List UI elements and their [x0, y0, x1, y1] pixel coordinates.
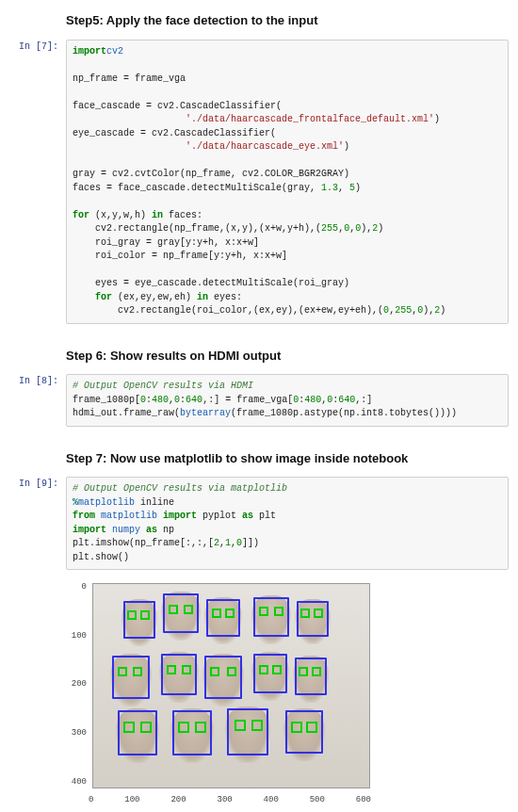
code-block: # Output OpenCV results via matplotlib %…	[73, 482, 502, 564]
x-tick: 600	[356, 794, 371, 807]
cell-input-row: In [8]:# Output OpenCV results via HDMI …	[9, 374, 509, 427]
cell-heading: Step 6: Show results on HDMI output	[66, 347, 509, 365]
code-token: 255	[321, 223, 338, 234]
eye-detection-box	[259, 665, 268, 674]
face-detection-box	[172, 710, 212, 755]
code-token: as	[242, 511, 253, 521]
face-detection-box	[206, 599, 240, 637]
code-token: matplotlib	[78, 497, 135, 508]
code-token: 1	[225, 538, 231, 548]
input-prompt: In [9]:	[9, 477, 66, 491]
code-token: cv2	[106, 46, 123, 57]
code-token: 2	[434, 305, 440, 316]
code-token: # Output OpenCV results via matplotlib	[73, 483, 287, 494]
face-detection-box	[112, 656, 150, 699]
eye-detection-box	[118, 667, 127, 676]
code-token: 5	[349, 183, 355, 193]
code-block: # Output OpenCV results via HDMI frame_1…	[73, 380, 502, 421]
eye-detection-box	[123, 722, 135, 733]
code-token: from	[73, 511, 95, 521]
code-token: for	[73, 210, 89, 220]
eye-detection-box	[306, 722, 317, 733]
matplotlib-output: 01002003004000100200300400500600	[66, 576, 377, 812]
face-detection-box	[227, 708, 268, 755]
face-detection-box	[118, 710, 157, 755]
eye-detection-box	[133, 667, 142, 676]
code-token: 2	[214, 538, 219, 548]
code-token: 2	[372, 223, 378, 234]
face-detection-box	[204, 656, 242, 699]
eye-detection-box	[227, 667, 236, 676]
y-tick: 100	[66, 630, 87, 643]
eye-detection-box	[274, 607, 283, 616]
code-token: './data/haarcascade_eye.xml'	[186, 141, 344, 152]
input-prompt: In [7]:	[9, 40, 66, 54]
face-detection-box	[295, 658, 327, 695]
code-token: import	[73, 525, 106, 535]
eye-detection-box	[225, 609, 235, 618]
code-token: 0	[327, 395, 332, 405]
cell-output: 01002003004000100200300400500600	[66, 576, 509, 812]
eye-detection-box	[182, 665, 191, 674]
code-token: 640	[338, 395, 355, 405]
eye-detection-box	[259, 607, 268, 616]
eye-detection-box	[235, 720, 246, 731]
notebook-cell: Step5: Apply the face detection to the i…	[9, 11, 509, 324]
code-token: 1.3	[321, 183, 338, 193]
cell-input-row: In [9]:# Output OpenCV results via matpl…	[9, 477, 509, 570]
eye-detection-box	[312, 667, 321, 676]
cell-input-row: In [7]:importcv2 np_frame = frame_vga fa…	[9, 40, 509, 324]
eye-detection-box	[299, 667, 308, 676]
eye-detection-box	[140, 610, 150, 620]
code-block: importcv2 np_frame = frame_vga face_casc…	[73, 45, 502, 318]
code-token: 0	[174, 395, 180, 405]
eye-detection-box	[272, 665, 282, 674]
code-token: bytearray	[180, 408, 231, 418]
eye-detection-box	[251, 720, 263, 731]
code-token: for	[95, 292, 112, 302]
face-detection-box	[253, 597, 289, 637]
code-token: as	[146, 525, 157, 535]
eye-detection-box	[169, 605, 178, 614]
code-token: 480	[152, 395, 169, 405]
x-tick: 500	[310, 794, 325, 807]
eye-detection-box	[314, 609, 323, 618]
plot-image	[92, 583, 370, 788]
code-token: import	[73, 46, 106, 57]
x-tick: 300	[217, 794, 232, 807]
notebook-cell: Step 7: Now use matplotlib to show image…	[9, 449, 509, 813]
input-prompt: In [8]:	[9, 374, 66, 388]
code-token: 640	[186, 395, 202, 405]
code-token: 0	[344, 223, 349, 234]
eye-detection-box	[140, 722, 152, 733]
code-token: 0	[293, 395, 299, 405]
code-token: in	[152, 210, 163, 220]
code-token: 0	[417, 305, 423, 316]
code-token: matplotlib	[101, 511, 157, 521]
face-detection-box	[123, 601, 155, 639]
code-input-area[interactable]: # Output OpenCV results via matplotlib %…	[66, 477, 509, 570]
code-input-area[interactable]: importcv2 np_frame = frame_vga face_casc…	[66, 40, 509, 324]
eye-detection-box	[300, 609, 310, 618]
plot-y-axis: 0100200300400	[66, 581, 90, 788]
code-token: 480	[304, 395, 321, 405]
eye-detection-box	[210, 667, 219, 676]
code-token: 0	[355, 223, 361, 234]
code-token: 0	[236, 538, 242, 548]
y-tick: 200	[66, 678, 87, 691]
code-token: in	[197, 292, 208, 302]
code-token: 0	[383, 305, 389, 316]
cell-heading: Step5: Apply the face detection to the i…	[66, 11, 509, 30]
code-token: # Output OpenCV results via HDMI	[73, 381, 253, 391]
code-input-area[interactable]: # Output OpenCV results via HDMI frame_1…	[66, 374, 509, 427]
y-tick: 300	[66, 727, 87, 740]
code-token: 0	[140, 395, 146, 405]
notebook-cell: Step 6: Show results on HDMI outputIn [8…	[9, 347, 509, 427]
y-tick: 400	[66, 776, 87, 789]
code-token: import	[163, 511, 197, 521]
plot-x-axis: 0100200300400500600	[89, 794, 371, 807]
code-token: './data/haarcascade_frontalface_default.…	[186, 114, 434, 124]
x-tick: 200	[170, 794, 186, 807]
x-tick: 100	[124, 794, 139, 807]
eye-detection-box	[291, 722, 302, 733]
